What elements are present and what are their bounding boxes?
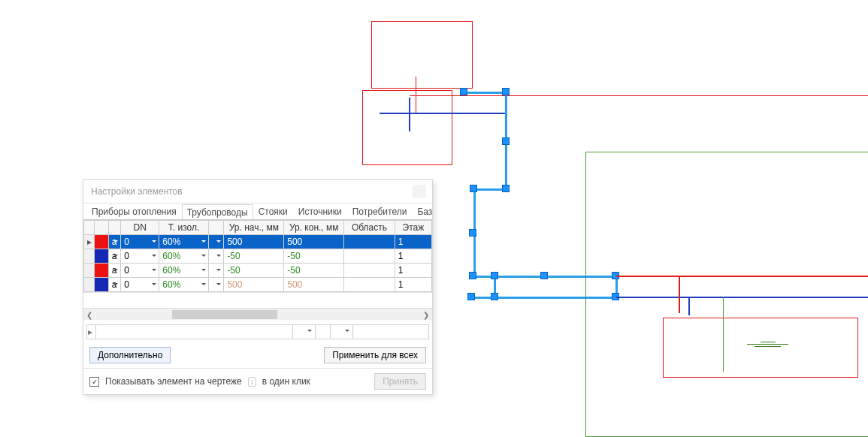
selection-handle[interactable]	[467, 293, 475, 300]
settings-panel: Настройки элементов Приборы отопления Тр…	[83, 179, 433, 395]
selection-handle[interactable]	[469, 229, 476, 237]
svg-rect-2	[761, 342, 776, 342]
scroll-left-icon[interactable]: ❮	[83, 309, 95, 321]
selection-handle[interactable]	[469, 272, 476, 279]
selection-handle[interactable]	[502, 137, 510, 145]
combo-1[interactable]	[293, 325, 316, 339]
grid-header-floor[interactable]: Этаж	[395, 221, 431, 235]
grid-header-dn[interactable]: DN	[121, 221, 159, 235]
selection-handle[interactable]	[502, 185, 510, 192]
grid-header[interactable]	[84, 221, 95, 235]
grid-header-lvl-start[interactable]: Ур. нач., мм	[224, 221, 284, 235]
grid-header-region[interactable]: Область	[344, 221, 395, 235]
drawing-label	[747, 340, 788, 351]
selection-handle[interactable]	[460, 88, 467, 95]
scroll-thumb[interactable]	[172, 310, 277, 319]
tab-sources[interactable]: Источники	[293, 203, 347, 219]
tab-consumers[interactable]: Потребители	[347, 203, 413, 219]
table-row[interactable]: а060%-50-501	[84, 249, 432, 264]
svg-rect-0	[747, 344, 788, 345]
panel-title: Настройки элементов	[91, 186, 183, 197]
panel-close-button[interactable]	[413, 185, 426, 198]
row-expand-icon[interactable]: ▸	[87, 325, 96, 339]
scroll-right-icon[interactable]: ❯	[420, 309, 432, 321]
selected-pipe[interactable]	[464, 92, 507, 94]
selection-handle[interactable]	[470, 185, 477, 192]
one-click-label: в один клик	[262, 376, 310, 387]
accept-button: Принять	[374, 373, 426, 390]
blue-pipe	[409, 98, 410, 131]
blue-pipe	[380, 113, 507, 114]
selection-handle[interactable]	[491, 272, 498, 279]
table-row[interactable]: ▸а060%5005001	[84, 235, 432, 249]
red-rect	[362, 90, 452, 165]
cursor-icon: ↓	[248, 377, 256, 387]
green-rect	[585, 152, 868, 437]
svg-rect-1	[755, 346, 781, 347]
tab-heating-devices[interactable]: Приборы отопления	[86, 203, 182, 219]
show-on-drawing-label: Показывать элемент на чертеже	[105, 376, 242, 387]
red-pipe	[410, 95, 868, 96]
selection-handle[interactable]	[502, 88, 510, 95]
show-on-drawing-checkbox[interactable]: ✓	[89, 377, 99, 387]
tab-strip: Приборы отопления Трубопроводы Стояки Ис…	[83, 203, 432, 219]
tab-base[interactable]: Базовые то	[412, 203, 432, 219]
grid-header[interactable]	[95, 221, 108, 235]
red-pipe	[416, 77, 416, 113]
more-button[interactable]: Дополнительно	[89, 347, 171, 363]
red-rect	[371, 21, 473, 89]
green-line	[723, 297, 724, 372]
secondary-combo-row: ▸	[86, 324, 429, 339]
blue-pipe	[616, 297, 868, 298]
tab-pipes[interactable]: Трубопроводы	[182, 204, 253, 219]
pipes-grid[interactable]: DN Т. изол. Ур. нач., мм Ур. кон., мм Об…	[83, 219, 432, 293]
tab-risers[interactable]: Стояки	[253, 203, 293, 219]
grid-header-row: DN Т. изол. Ур. нач., мм Ур. кон., мм Об…	[84, 221, 432, 235]
grid-horizontal-scrollbar[interactable]: ❮ ❯	[83, 308, 432, 320]
red-pipe	[616, 276, 868, 277]
table-row[interactable]: а060%-50-501	[84, 264, 432, 278]
selection-handle[interactable]	[491, 293, 498, 300]
combo-2[interactable]	[331, 325, 353, 339]
apply-all-button[interactable]: Применить для всех	[324, 347, 426, 363]
grid-header[interactable]	[108, 221, 120, 235]
selection-handle[interactable]	[540, 272, 548, 279]
grid-header-tizol[interactable]: Т. изол.	[159, 221, 209, 235]
blue-pipe	[688, 297, 690, 315]
red-pipe	[679, 276, 680, 313]
table-row[interactable]: а060%5005001	[84, 278, 432, 292]
grid-header-lvl-end[interactable]: Ур. кон., мм	[284, 221, 344, 235]
